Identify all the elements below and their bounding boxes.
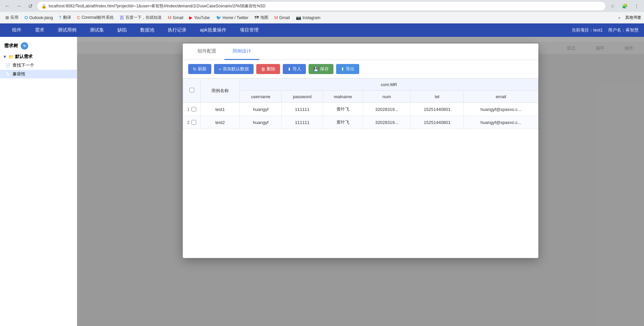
- tree-root-label: 默认需求: [15, 54, 33, 60]
- refresh-label: 刷新: [198, 66, 207, 72]
- gmail2-icon: M: [274, 15, 278, 20]
- bookmark-gmail2[interactable]: M Gmail: [272, 14, 292, 21]
- row1-name: test1: [201, 103, 240, 116]
- star-button[interactable]: ☆: [608, 1, 617, 11]
- row1-realname: 黄叶飞: [323, 103, 363, 116]
- bookmark-apps[interactable]: ⊞ 应用: [3, 13, 21, 22]
- browser-titlebar: ← → ↺ 🔒 localhost:8082/TestLab/atf/index…: [0, 0, 644, 12]
- export-button[interactable]: ⬆ 导出: [336, 64, 359, 74]
- table-header-num: num: [363, 91, 411, 103]
- nav-requirement[interactable]: 需求: [28, 23, 51, 37]
- row2-checkbox[interactable]: [192, 120, 196, 125]
- table-header-com-mr: com:MR: [239, 79, 538, 91]
- bookmark-outlook[interactable]: O Outlook-jiang: [22, 14, 56, 21]
- bookmark-youtube[interactable]: ▶ YouTube: [186, 14, 212, 21]
- maps-icon: 🗺: [255, 15, 259, 20]
- bookmark-baidu-label: 百度一下，你就知道: [125, 15, 162, 20]
- row1-username: huangyf: [239, 103, 281, 116]
- nav-testcase[interactable]: 测试用例: [51, 23, 83, 37]
- menu-button[interactable]: ⋮: [632, 1, 641, 11]
- content-area: 状态 循环 操作 组件配置 用例设计 ↻: [77, 37, 644, 326]
- delete-icon: 🗑: [261, 67, 265, 72]
- export-label: 导出: [346, 66, 355, 72]
- tab-use-case-design[interactable]: 用例设计: [224, 44, 259, 60]
- data-table: 用例名称 com:MR username password realname n…: [183, 78, 538, 129]
- doc-icon-find: 📄: [5, 63, 10, 68]
- nav-project[interactable]: 项目管理: [233, 23, 265, 37]
- bookmark-maps-label: 地图: [260, 15, 268, 20]
- bookmark-gmail1-label: Gmail: [173, 15, 183, 20]
- row2-select: 2: [183, 116, 201, 129]
- table-header-email: email: [464, 91, 538, 103]
- nav-datapool[interactable]: 数据池: [133, 23, 161, 37]
- bookmarks-more-button[interactable]: »: [615, 14, 623, 21]
- address-bar[interactable]: 🔒 localhost:8082/TestLab/atf/index.html?…: [37, 1, 606, 11]
- row2-password: 111111: [282, 116, 323, 129]
- table-header-select: [183, 79, 201, 103]
- nav-execution[interactable]: 执行记录: [161, 23, 193, 37]
- bookmark-outlook-label: Outlook-jiang: [29, 15, 53, 20]
- other-bookmarks[interactable]: 其他书签: [625, 15, 641, 20]
- table-header-password: password: [282, 91, 323, 103]
- gmail1-icon: M: [168, 15, 171, 20]
- save-icon: 💾: [313, 67, 319, 72]
- row1-password: 111111: [282, 103, 323, 116]
- tree-item-find[interactable]: 📄 查找下一个: [0, 61, 77, 70]
- save-button[interactable]: 💾 保存: [309, 64, 333, 74]
- nav-apk[interactable]: apk批量操作: [193, 23, 233, 37]
- sidebar: 需求树 ↻ ▼ 📁 默认需求 📄 查找下一个 📄 兼容性: [0, 37, 77, 326]
- table-row: 2 test2 huangyf 111111 黄叶飞 32028319...: [183, 116, 538, 129]
- sidebar-header: 需求树 ↻: [0, 40, 77, 52]
- add-default-button[interactable]: + 添加默认数据: [214, 64, 254, 74]
- import-icon: ⬇: [287, 67, 291, 72]
- instagram-icon: 📷: [296, 15, 301, 20]
- nav-testset[interactable]: 测试集: [83, 23, 111, 37]
- row2-tel: 15251440801: [411, 116, 464, 129]
- import-button[interactable]: ⬇ 导入: [283, 64, 306, 74]
- bookmark-gmail1[interactable]: M Gmail: [165, 14, 186, 21]
- row1-checkbox[interactable]: [192, 107, 196, 112]
- main-area: 需求树 ↻ ▼ 📁 默认需求 📄 查找下一个 📄 兼容性: [0, 37, 644, 326]
- extension-button[interactable]: 🧩: [620, 1, 629, 11]
- nav-component[interactable]: 组件: [5, 23, 28, 37]
- back-button[interactable]: ←: [3, 1, 12, 11]
- browser-chrome: ← → ↺ 🔒 localhost:8082/TestLab/atf/index…: [0, 0, 644, 23]
- bookmark-instagram[interactable]: 📷 Instagram: [293, 14, 323, 21]
- nav-right-info: 当前项目：test1 用户名：蒋智慧: [572, 27, 639, 33]
- tree-root[interactable]: ▼ 📁 默认需求: [0, 52, 77, 61]
- select-all-checkbox[interactable]: [190, 88, 194, 92]
- bookmark-gmail2-label: Gmail: [279, 15, 290, 20]
- save-label: 保存: [320, 66, 329, 72]
- translate-icon: T: [59, 15, 62, 20]
- baidu-icon: 百: [120, 15, 124, 21]
- forward-button[interactable]: →: [14, 1, 23, 11]
- bookmark-baidu[interactable]: 百 百度一下，你就知道: [117, 13, 164, 22]
- bookmark-coremail[interactable]: C Coremail邮件系统: [74, 13, 116, 22]
- delete-button[interactable]: 🗑 删除: [256, 64, 280, 74]
- row1-number: 1: [187, 107, 190, 112]
- lock-icon: 🔒: [41, 4, 47, 9]
- apps-icon: ⊞: [5, 15, 9, 20]
- bookmark-instagram-label: Instagram: [303, 15, 320, 20]
- tree-item-compat[interactable]: 📄 兼容性: [0, 70, 77, 78]
- modal-toolbar: ↻ 刷新 + 添加默认数据 🗑 删除 ⬇ 导入: [183, 60, 538, 78]
- tab-component-config[interactable]: 组件配置: [190, 44, 224, 60]
- reload-button[interactable]: ↺: [25, 1, 35, 11]
- youtube-icon: ▶: [189, 15, 193, 20]
- refresh-button[interactable]: ↻ 刷新: [188, 64, 211, 74]
- browser-toolbar: ☆ 🧩 ⋮: [608, 1, 641, 11]
- bookmark-coremail-label: Coremail邮件系统: [82, 15, 114, 20]
- row1-email: huangyf@spasvo.c...: [464, 103, 538, 116]
- delete-label: 删除: [267, 66, 275, 72]
- bookmark-apps-label: 应用: [10, 15, 18, 20]
- bookmark-translate[interactable]: T 翻译: [56, 13, 74, 22]
- bookmark-twitter[interactable]: 🐦 Home / Twitter: [213, 14, 251, 21]
- sidebar-refresh-button[interactable]: ↻: [21, 42, 28, 50]
- bookmark-maps[interactable]: 🗺 地图: [252, 13, 271, 22]
- url-text: localhost:8082/TestLab/atf/index.html?pr…: [49, 3, 265, 9]
- row1-tel: 15251440801: [411, 103, 464, 116]
- import-label: 导入: [292, 66, 301, 72]
- bookmarks-bar: ⊞ 应用 O Outlook-jiang T 翻译 C Coremail邮件系统…: [0, 12, 644, 23]
- nav-defect[interactable]: 缺陷: [111, 23, 133, 37]
- current-project-text: 当前项目：test1: [572, 27, 603, 33]
